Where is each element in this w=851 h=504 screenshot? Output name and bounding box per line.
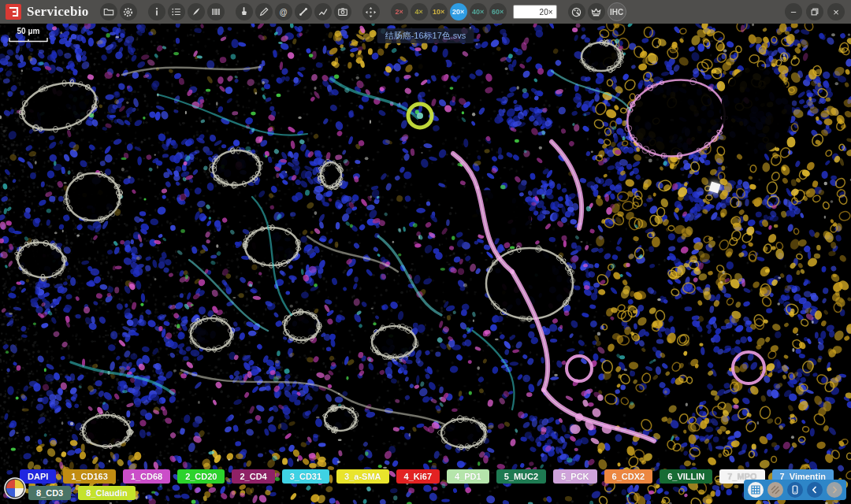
pointer-tool-button[interactable] <box>236 3 253 20</box>
pencil-edit-button[interactable] <box>255 3 273 20</box>
pan-move-button[interactable] <box>362 3 380 20</box>
polyline-tool-button[interactable] <box>314 3 332 20</box>
rotate-tool-button[interactable]: @ <box>275 3 292 20</box>
channel-button-3_CD31[interactable]: 3_CD31 <box>282 469 329 484</box>
palette-button[interactable] <box>568 3 585 20</box>
channel-button-4_Ki67[interactable]: 4_Ki67 <box>396 469 440 484</box>
channel-button-2_CD4[interactable]: 2_CD4 <box>232 469 274 484</box>
scale-bar: 50 μm <box>6 27 50 44</box>
thumbnail-grid-button[interactable] <box>748 482 764 498</box>
maximize-button[interactable] <box>806 3 823 20</box>
close-button[interactable]: × <box>827 3 845 20</box>
scale-bar-ruler <box>9 37 48 43</box>
ihc-mode-button[interactable]: IHC <box>608 2 626 21</box>
pen-tool-button[interactable] <box>188 3 205 20</box>
slide-filename-badge: 结肠癌-16标17色.svs <box>377 28 474 43</box>
bottom-right-toolbar <box>744 480 846 500</box>
slide-image-viewport[interactable] <box>0 24 851 504</box>
barcode-button[interactable] <box>207 3 225 20</box>
chevron-left-button[interactable] <box>807 482 823 498</box>
crown-button[interactable] <box>588 3 605 20</box>
settings-gear-button[interactable] <box>120 3 137 20</box>
measure-tool-button[interactable] <box>295 3 312 20</box>
compare-disabled-button[interactable] <box>767 482 783 498</box>
top-toolbar: Servicebio <box>0 0 851 24</box>
app-title: Servicebio <box>27 4 89 20</box>
minimize-button[interactable]: − <box>785 3 802 20</box>
channel-row-1: DAPI1_CD1631_CD682_CD202_CD43_CD313_a-SM… <box>20 469 834 484</box>
channel-button-6_VILLIN[interactable]: 6_VILLIN <box>660 469 712 484</box>
zoom-level-button-20x[interactable]: 20× <box>450 3 467 20</box>
channel-button-5_MUC2[interactable]: 5_MUC2 <box>496 469 546 484</box>
channel-row-2: 8_CD38_Claudin <box>28 486 136 500</box>
color-wheel-button[interactable] <box>4 477 26 499</box>
chevron-right-button[interactable] <box>827 482 842 498</box>
slide-viewer-window: Servicebio <box>0 0 851 504</box>
zoom-level-button-2x[interactable]: 2× <box>391 3 408 20</box>
channel-button-6_CDX2[interactable]: 6_CDX2 <box>604 469 653 484</box>
servicebio-logo-icon <box>6 4 21 20</box>
channel-button-8_Claudin[interactable]: 8_Claudin <box>78 486 136 500</box>
channel-button-4_PD1[interactable]: 4_PD1 <box>447 469 489 484</box>
channel-button-2_CD20[interactable]: 2_CD20 <box>177 469 225 484</box>
zoom-level-button-4x[interactable]: 4× <box>411 3 428 20</box>
pan-tool-group <box>362 3 380 20</box>
zoom-level-button-60x[interactable]: 60× <box>489 3 507 20</box>
annotation-list-button[interactable] <box>168 3 185 20</box>
channel-button-1_CD68[interactable]: 1_CD68 <box>123 469 170 484</box>
info-button[interactable] <box>148 3 165 20</box>
file-tools-group <box>100 3 137 20</box>
info-tools-group <box>148 3 225 20</box>
zoom-value-input[interactable] <box>513 5 557 19</box>
channel-button-8_CD3[interactable]: 8_CD3 <box>28 486 71 500</box>
scale-bar-label: 50 μm <box>6 27 50 35</box>
view-mode-group: IHC <box>568 2 626 21</box>
channel-button-1_CD163[interactable]: 1_CD163 <box>63 469 115 484</box>
channel-button-5_PCK[interactable]: 5_PCK <box>553 469 596 484</box>
mobile-view-button[interactable] <box>787 482 803 498</box>
zoom-level-button-40x[interactable]: 40× <box>470 3 487 20</box>
open-folder-button[interactable] <box>100 3 117 20</box>
camera-snapshot-button[interactable] <box>334 3 351 20</box>
annotation-tools-group: @ <box>236 3 351 20</box>
channel-button-3_a-SMA[interactable]: 3_a-SMA <box>336 469 388 484</box>
window-controls: − × <box>785 3 845 20</box>
zoom-level-group: 2×4×10×20×40×60× <box>391 3 507 20</box>
zoom-level-button-10x[interactable]: 10× <box>430 3 448 20</box>
